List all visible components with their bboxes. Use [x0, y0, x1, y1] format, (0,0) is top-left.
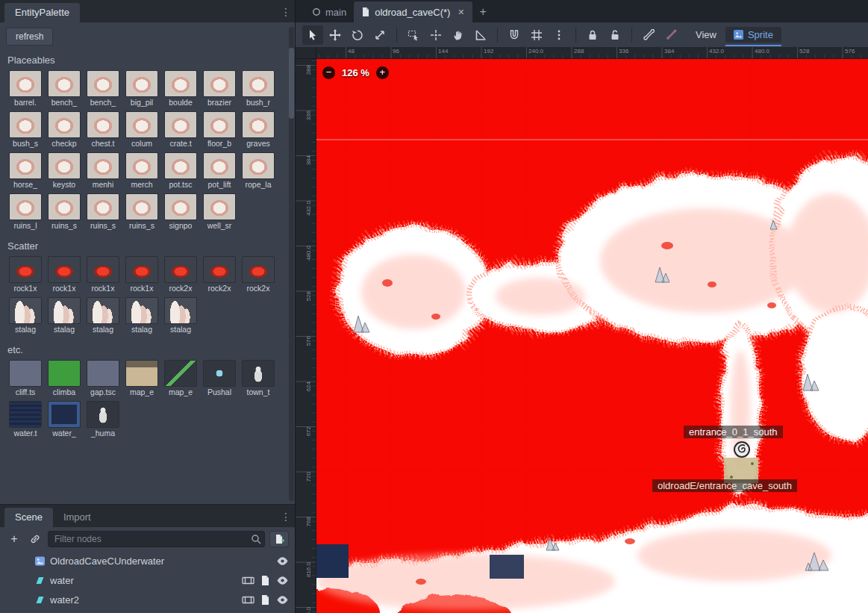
palette-item[interactable]: well_sr	[200, 193, 239, 230]
palette-item[interactable]: town_t	[239, 360, 278, 396]
palette-item[interactable]: stalag	[6, 297, 45, 334]
palette-item[interactable]: water.t	[6, 401, 45, 438]
tab-oldroad-cavec[interactable]: oldroad_caveC(*) ✕	[354, 1, 472, 22]
palette-item[interactable]: Pushal	[200, 360, 239, 396]
palette-item[interactable]: stalag	[161, 297, 200, 334]
palette-item[interactable]: stalag	[45, 297, 84, 334]
film-icon[interactable]	[242, 575, 255, 586]
palette-scrollbar[interactable]	[289, 27, 294, 501]
zoom-out-button[interactable]: −	[322, 66, 335, 79]
eye-icon[interactable]	[276, 575, 289, 586]
palette-item[interactable]: rope_la	[239, 152, 278, 189]
palette-item[interactable]: gap.tsc	[84, 360, 122, 396]
palette-item[interactable]: floor_b	[200, 111, 239, 148]
palette-item[interactable]: rock1x	[84, 256, 122, 293]
panel-menu-icon[interactable]: ⋮	[277, 1, 295, 22]
palette-item[interactable]: pot_lift	[200, 152, 239, 189]
palette-item[interactable]: brazier	[200, 70, 239, 107]
film-icon[interactable]	[242, 594, 255, 606]
scene-tree-row[interactable]: water	[0, 570, 295, 590]
ruler-mode-button[interactable]	[470, 25, 491, 45]
palette-item[interactable]: menhi	[84, 152, 122, 189]
palette-item[interactable]: stalag	[122, 297, 161, 334]
panel-menu-icon[interactable]: ⋮	[277, 506, 295, 527]
ruler-tick-label: 528	[799, 48, 809, 55]
eye-icon[interactable]	[276, 594, 289, 606]
palette-item[interactable]: ruins_s	[45, 193, 84, 230]
palette-item[interactable]: signpo	[161, 193, 200, 230]
skeleton-options-button[interactable]	[661, 25, 681, 45]
palette-item[interactable]: graves	[239, 111, 278, 148]
palette-item[interactable]: horse_	[6, 152, 45, 189]
scene-tree-row[interactable]: water2	[0, 590, 295, 609]
palette-item[interactable]: rock2x	[161, 256, 200, 293]
palette-item[interactable]: crate.t	[161, 111, 200, 148]
smart-snap-button[interactable]	[504, 25, 525, 45]
new-tab-button[interactable]: +	[472, 1, 494, 22]
scale-mode-button[interactable]	[369, 25, 390, 45]
move-mode-button[interactable]	[325, 25, 346, 45]
palette-item[interactable]: rock2x	[239, 256, 278, 293]
palette-item[interactable]: climba	[45, 360, 84, 396]
select-mode-button[interactable]	[302, 25, 323, 45]
palette-item[interactable]: colum	[122, 111, 161, 148]
tab-entity-palette[interactable]: EntityPalette	[4, 3, 80, 22]
palette-item[interactable]: checkp	[45, 111, 84, 148]
filter-nodes-input[interactable]	[48, 531, 265, 547]
eye-icon[interactable]	[276, 556, 289, 567]
add-node-button[interactable]: +	[6, 531, 22, 547]
attach-script-button[interactable]	[269, 531, 289, 547]
palette-item[interactable]: bench_	[45, 70, 84, 107]
tab-scene[interactable]: Scene	[4, 508, 53, 527]
palette-item[interactable]: cliff.ts	[6, 360, 45, 396]
palette-item[interactable]: rock1x	[45, 256, 84, 293]
view-menu-button[interactable]: View	[696, 29, 716, 40]
palette-item[interactable]: merch	[122, 152, 161, 189]
entrance-marker-icon[interactable]	[733, 441, 751, 458]
palette-item[interactable]: bush_r	[239, 70, 278, 107]
lock-object-button[interactable]	[582, 25, 603, 45]
2d-viewport[interactable]: − 126 % + entrance_0_1_south oldroadE/en…	[316, 59, 868, 613]
palette-item[interactable]: ruins_l	[6, 193, 45, 230]
palette-item-label: big_pil	[124, 98, 160, 107]
instance-scene-button[interactable]	[27, 531, 43, 547]
scene-tree-row[interactable]	[0, 609, 295, 613]
palette-item[interactable]: big_pil	[122, 70, 161, 107]
snap-options-button[interactable]	[549, 25, 569, 45]
palette-item[interactable]: stalag	[84, 297, 122, 334]
zoom-level[interactable]: 126 %	[342, 67, 369, 78]
script-icon[interactable]	[259, 594, 272, 606]
skeleton-button[interactable]	[638, 25, 659, 45]
palette-item[interactable]: map_e	[122, 360, 161, 396]
palette-item[interactable]: bush_s	[6, 111, 45, 148]
sprite-context-button[interactable]: Sprite	[725, 27, 781, 43]
list-select-button[interactable]	[403, 25, 424, 45]
scrollbar-thumb[interactable]	[289, 48, 294, 119]
tab-import[interactable]: Import	[53, 508, 102, 527]
palette-item[interactable]: boulde	[161, 70, 200, 107]
palette-item[interactable]: bench_	[84, 70, 122, 107]
scene-tree-row[interactable]: OldroadCaveCUnderwater	[0, 551, 295, 570]
palette-item[interactable]: rock1x	[122, 256, 161, 293]
script-icon[interactable]	[259, 575, 272, 586]
palette-item[interactable]: rock2x	[200, 256, 239, 293]
close-tab-icon[interactable]: ✕	[458, 7, 464, 17]
palette-item[interactable]: map_e	[161, 360, 200, 396]
refresh-button[interactable]: refresh	[6, 28, 53, 46]
palette-item[interactable]: ruins_s	[84, 193, 122, 230]
rotate-mode-button[interactable]	[347, 25, 368, 45]
palette-item[interactable]: rock1x	[6, 256, 45, 293]
palette-item[interactable]: _huma	[84, 401, 122, 438]
palette-item[interactable]: barrel.	[6, 70, 45, 107]
pivot-point-button[interactable]	[425, 25, 446, 45]
pan-mode-button[interactable]	[448, 25, 469, 45]
zoom-in-button[interactable]: +	[376, 66, 389, 79]
grid-snap-button[interactable]	[526, 25, 547, 45]
palette-item[interactable]: ruins_s	[122, 193, 161, 230]
palette-item[interactable]: pot.tsc	[161, 152, 200, 189]
palette-item[interactable]: water_	[45, 401, 84, 438]
palette-item[interactable]: keysto	[45, 152, 84, 189]
palette-item[interactable]: chest.t	[84, 111, 122, 148]
unlock-object-button[interactable]	[605, 25, 625, 45]
tab-main[interactable]: main	[305, 1, 354, 22]
